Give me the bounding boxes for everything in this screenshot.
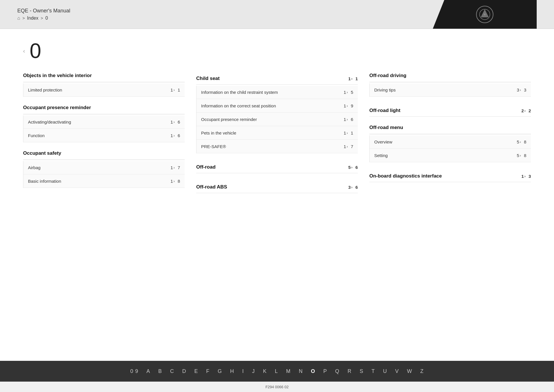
- page-num-text2: 1: [178, 87, 180, 92]
- section-onboard-diagnostics: On-board diagnostics interface 1 › 3: [369, 170, 531, 182]
- alpha-c[interactable]: C: [170, 368, 174, 374]
- alpha-i[interactable]: I: [242, 368, 244, 374]
- arrow-icon: ›: [524, 174, 525, 178]
- page-num: 1 › 5: [341, 90, 353, 95]
- section-child-seat-heading[interactable]: Child seat 1 › 1: [196, 73, 358, 85]
- alpha-d[interactable]: D: [182, 368, 186, 374]
- entry-limited-protection[interactable]: Limited protection 1 › 1: [23, 83, 185, 97]
- alpha-h[interactable]: H: [230, 368, 234, 374]
- alpha-b[interactable]: B: [158, 368, 162, 374]
- mercedes-logo: [476, 6, 493, 23]
- off-road-abs-label: Off-road ABS: [196, 184, 227, 190]
- page-num-text: 1: [521, 174, 524, 179]
- page-num-text: 1: [344, 144, 346, 149]
- page-num: 1 › 1: [168, 87, 180, 92]
- entry-label: Basic information: [28, 179, 168, 184]
- home-icon[interactable]: ⌂: [17, 16, 20, 21]
- entry-child-restraint[interactable]: Information on the child restraint syste…: [196, 86, 358, 99]
- alpha-09[interactable]: 0 9: [130, 368, 138, 374]
- section-off-road-abs-heading[interactable]: Off-road ABS 3 › 6: [196, 181, 358, 193]
- page-num: 1 › 1: [341, 130, 353, 135]
- entry-activating[interactable]: Activating/deactivating 1 › 6: [23, 115, 185, 129]
- alpha-m[interactable]: M: [286, 368, 291, 374]
- page-num: 3 › 3: [514, 87, 526, 92]
- breadcrumb-sep2: >: [41, 16, 43, 20]
- entry-pets[interactable]: Pets in the vehicle 1 › 1: [196, 126, 358, 140]
- alpha-l[interactable]: L: [275, 368, 278, 374]
- page-num-text: 2: [521, 108, 524, 113]
- page-num-text2: 8: [178, 179, 180, 184]
- alpha-f[interactable]: F: [206, 368, 209, 374]
- entry-presafe[interactable]: PRE-SAFE® 1 › 7: [196, 140, 358, 153]
- section-objects: Objects in the vehicle interior Limited …: [23, 73, 185, 97]
- alpha-k[interactable]: K: [263, 368, 267, 374]
- breadcrumb-current: 0: [45, 16, 48, 21]
- alpha-u[interactable]: U: [383, 368, 387, 374]
- column-3: Off-road driving Driving tips 3 › 3: [369, 73, 531, 201]
- alpha-t[interactable]: T: [372, 368, 375, 374]
- alpha-n[interactable]: N: [299, 368, 303, 374]
- entry-basic-information[interactable]: Basic information 1 › 8: [23, 175, 185, 188]
- section-objects-heading: Objects in the vehicle interior: [23, 73, 185, 80]
- page-num-text: 3: [517, 87, 519, 92]
- alpha-s[interactable]: S: [360, 368, 364, 374]
- alpha-q[interactable]: Q: [335, 368, 340, 374]
- page-num-text2: 2: [529, 108, 531, 113]
- alpha-w[interactable]: W: [407, 368, 412, 374]
- alpha-v[interactable]: V: [395, 368, 399, 374]
- page-num-text: 1: [171, 133, 173, 138]
- section-occupant-presence: Occupant presence reminder Activating/de…: [23, 105, 185, 142]
- current-letter: 0: [30, 40, 41, 61]
- entry-label: Setting: [374, 153, 514, 158]
- entry-label: Information on the correct seat position: [201, 103, 341, 108]
- alpha-j[interactable]: J: [252, 368, 255, 374]
- section-off-road-heading[interactable]: Off-road 5 › 6: [196, 161, 358, 173]
- section-off-road-light-heading[interactable]: Off-road light 2 › 2: [369, 105, 531, 117]
- entry-label: Information on the child restraint syste…: [201, 90, 341, 95]
- page-num: 1 › 6: [168, 133, 180, 138]
- alpha-g[interactable]: G: [218, 368, 222, 374]
- page-num-text2: 6: [355, 165, 358, 170]
- prev-letter-arrow[interactable]: ‹: [23, 48, 25, 54]
- section-occupant-safety-heading: Occupant safety: [23, 150, 185, 157]
- entry-driving-tips[interactable]: Driving tips 3 › 3: [370, 83, 531, 97]
- divider: [23, 160, 185, 160]
- entry-seat-position[interactable]: Information on the correct seat position…: [196, 99, 358, 113]
- page-num-text: 1: [344, 117, 346, 122]
- page-letter-nav: ‹ 0: [23, 40, 531, 61]
- page-num-text2: 6: [355, 185, 358, 190]
- page-num-text: 1: [344, 90, 346, 95]
- svg-point-1: [484, 14, 486, 15]
- entry-setting[interactable]: Setting 5 › 8: [370, 149, 531, 162]
- alpha-p[interactable]: P: [323, 368, 327, 374]
- entry-label: Occupant presence reminder: [201, 117, 341, 122]
- section-off-road-driving: Off-road driving Driving tips 3 › 3: [369, 73, 531, 97]
- alpha-e[interactable]: E: [194, 368, 198, 374]
- section-off-road-menu: Off-road menu Overview 5 › 8 Setting: [369, 125, 531, 162]
- section-onboard-diagnostics-heading[interactable]: On-board diagnostics interface 1 › 3: [369, 170, 531, 182]
- entry-airbag[interactable]: Airbag 1 › 7: [23, 161, 185, 174]
- breadcrumb-index[interactable]: Index: [27, 16, 38, 21]
- alpha-z[interactable]: Z: [420, 368, 424, 374]
- section-off-road-driving-heading: Off-road driving: [369, 73, 531, 80]
- entry-label: Activating/deactivating: [28, 120, 168, 124]
- entry-label: Airbag: [28, 165, 168, 170]
- page-num-text2: 9: [351, 103, 353, 108]
- entry-overview[interactable]: Overview 5 › 8: [370, 135, 531, 149]
- alpha-r[interactable]: R: [348, 368, 352, 374]
- off-road-light-label: Off-road light: [369, 108, 400, 113]
- header-left: EQE - Owner's Manual ⌂ > Index > 0: [17, 8, 70, 21]
- page-num-text: 5: [348, 165, 351, 170]
- page-num-text2: 6: [351, 117, 353, 122]
- entry-occupant-presence[interactable]: Occupant presence reminder 1 › 6: [196, 113, 358, 126]
- entry-label: Overview: [374, 139, 514, 144]
- page-num: 1 › 7: [168, 165, 180, 170]
- page-num-text: 1: [171, 87, 173, 92]
- arrow-icon: ›: [520, 140, 521, 144]
- entry-function[interactable]: Function 1 › 6: [23, 129, 185, 142]
- occupant-presence-entries: Activating/deactivating 1 › 6 Function 1…: [23, 115, 185, 142]
- arrow-icon: ›: [351, 165, 352, 169]
- alpha-o[interactable]: O: [311, 368, 315, 374]
- page-num-text2: 3: [524, 87, 526, 92]
- alpha-a[interactable]: A: [146, 368, 150, 374]
